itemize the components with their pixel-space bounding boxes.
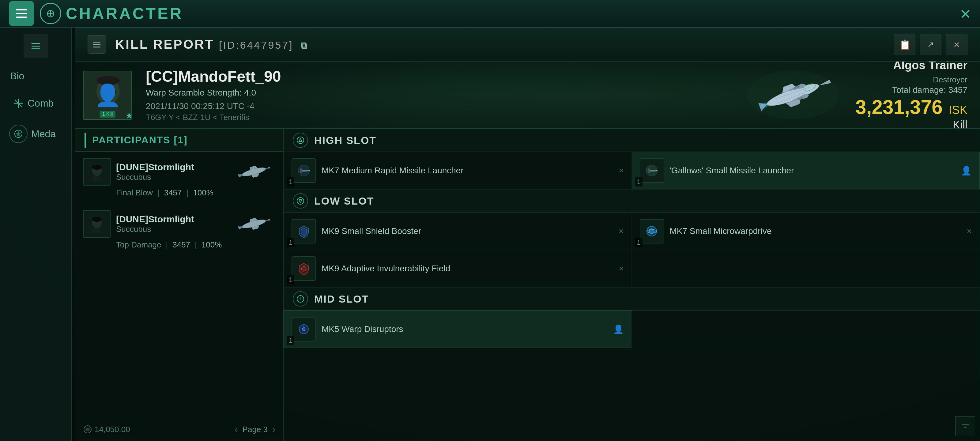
ship-name-text: Algos Trainer	[893, 62, 967, 72]
sidebar-combat-label: Comb	[27, 98, 54, 109]
svg-point-46	[647, 229, 657, 233]
filter-icon	[961, 422, 970, 431]
participants-title: Participants [1]	[92, 134, 188, 146]
slot-item-name-warp: MK5 Warp Disruptors	[321, 324, 608, 335]
slots-panel: High Slot 1	[283, 129, 980, 441]
combat-icon	[9, 94, 27, 112]
modal-title: KILL REPORT [ID:6447957] ⧉	[115, 37, 308, 52]
isk-value: 3,231,376	[855, 97, 943, 117]
slot-item: 1 MK7 Medium Rapid Missile Lau	[283, 152, 632, 189]
participant-avatar-2	[83, 210, 111, 238]
slot-item-count-2: 1	[635, 177, 643, 186]
sidebar-medals-label: Meda	[31, 128, 56, 140]
bottom-isk-value: 14,050.00	[95, 425, 130, 434]
app-title: CHARACTER	[66, 4, 183, 23]
high-slot-section: High Slot 1	[283, 129, 980, 189]
mid-slot-section: Mid Slot 1 M	[283, 288, 980, 348]
slot-item-close-adapt[interactable]: ×	[619, 264, 624, 274]
low-slot-icon	[293, 193, 308, 209]
export-button[interactable]: ↗	[920, 34, 942, 55]
svg-point-30	[297, 137, 304, 143]
close-icon: ×	[954, 38, 960, 51]
participants-panel: Participants [1] [DUNE]Stormlight	[75, 129, 283, 441]
slot-item-close-btn[interactable]: ×	[619, 166, 624, 175]
high-slot-header: High Slot	[283, 129, 980, 152]
slot-item-shield: 1 MK9 Small Shield Booster ×	[283, 213, 632, 250]
slot-item-count-mwd: 1	[635, 238, 643, 247]
slot-item-name-mwd: MK7 Small Microwarpdrive	[670, 226, 961, 237]
slot-item-name-2: 'Gallows' Small Missile Launcher	[670, 165, 956, 176]
next-page-button[interactable]: ›	[272, 424, 275, 435]
kill-info-banner: 1 Kill ★ [CC]MandoFett_90 Warp Scramble …	[75, 62, 980, 129]
slot-item-icon-2	[640, 158, 664, 183]
stat-damage-1: 3457	[164, 188, 182, 197]
isk-label: ISK	[949, 103, 967, 117]
sidebar-item-bio[interactable]: Bio	[0, 64, 72, 88]
slot-item-warp: 1 MK5 Warp Disruptors 👤	[283, 310, 632, 348]
filter-button[interactable]	[955, 416, 975, 436]
header-accent	[84, 133, 86, 148]
low-slot-title: Low Slot	[314, 195, 374, 207]
top-bar: ⊕ CHARACTER ×	[0, 0, 980, 27]
app-close-button[interactable]: ×	[960, 3, 971, 24]
participant-avatar	[83, 158, 111, 186]
kill-summary: Algos Trainer Destroyer Total damage: 34…	[851, 62, 980, 128]
modal-close-button[interactable]: ×	[946, 34, 967, 55]
prev-page-button[interactable]: ‹	[235, 424, 238, 435]
isk-icon: ISK	[83, 425, 92, 434]
sidebar-item-combat[interactable]: Comb	[0, 88, 72, 118]
svg-point-48	[301, 266, 306, 271]
ship-svg	[744, 67, 842, 123]
mid-slot-header: Mid Slot	[283, 288, 980, 310]
modal-title-id: [ID:6447957]	[219, 39, 293, 51]
victim-datetime: 2021/11/30 00:25:12 UTC -4	[146, 101, 729, 111]
victim-avatar: 1 Kill ★	[83, 71, 132, 120]
participant-top-row: [DUNE]Stormlight Succubus	[83, 210, 275, 238]
svg-rect-6	[100, 90, 108, 94]
ship-name: Algos Trainer Destroyer	[863, 62, 967, 85]
participants-bottom: ISK 14,050.00 ‹ Page 3 ›	[75, 418, 283, 441]
slot-item-close-shield[interactable]: ×	[619, 226, 624, 236]
participant-ship-img	[232, 159, 275, 184]
participant-stats: Final Blow | 3457 | 100%	[83, 188, 275, 197]
export-icon: ↗	[928, 40, 934, 49]
low-slot-section: Low Slot 1 MK9 Small Shield B	[283, 189, 980, 288]
slot-item-icon	[291, 158, 316, 183]
sidebar-item-medals[interactable]: Meda	[0, 118, 72, 149]
victim-name: [CC]MandoFett_90	[146, 68, 729, 86]
copy-icon: ⧉	[301, 40, 308, 51]
slot-item-user-icon: 👤	[961, 166, 972, 176]
slot-item-count: 1	[287, 177, 294, 186]
sidebar-bio-label: Bio	[10, 70, 24, 82]
vitruvian-icon: ⊕	[40, 3, 61, 24]
modal-menu-button[interactable]	[88, 35, 106, 54]
stat-divider-1: |	[158, 188, 159, 197]
menu-button[interactable]	[9, 1, 34, 26]
bottom-item: ISK 14,050.00	[83, 425, 130, 434]
hamburger-icon	[16, 9, 27, 18]
sidebar-nav-button[interactable]	[24, 34, 48, 58]
modal-title-text: KILL REPORT	[115, 37, 214, 51]
stat-percent-2: 100%	[202, 240, 222, 250]
slot-item-icon-shield	[291, 219, 316, 244]
isk-row: 3,231,376 ISK	[855, 97, 967, 117]
clipboard-icon: 📋	[899, 39, 910, 50]
svg-text:ISK: ISK	[84, 428, 90, 432]
stat-divider-4: |	[195, 240, 197, 250]
stat-percent-1: 100%	[193, 188, 213, 197]
high-slot-title: High Slot	[314, 134, 376, 146]
clipboard-button[interactable]: 📋	[894, 34, 915, 55]
slot-item-icon-warp	[291, 317, 316, 341]
stat-damage-2: 3457	[172, 240, 190, 250]
slot-item-icon-adapt	[291, 256, 316, 281]
slot-item-highlighted: 1 'Gallows' Small Missile Launcher	[632, 152, 980, 189]
participant-ship-img-2	[232, 212, 275, 236]
participants-header: Participants [1]	[75, 129, 283, 152]
modal-content: Participants [1] [DUNE]Stormlight	[75, 129, 980, 441]
slot-item-close-mwd[interactable]: ×	[967, 226, 972, 236]
low-slot-header: Low Slot	[283, 189, 980, 213]
svg-point-20	[92, 165, 102, 170]
slot-item-name-shield: MK9 Small Shield Booster	[321, 226, 613, 237]
total-damage-value: 3457	[948, 85, 967, 95]
victim-location: T6GY-Y < BZZ-1U < Tenerifis	[146, 113, 729, 122]
